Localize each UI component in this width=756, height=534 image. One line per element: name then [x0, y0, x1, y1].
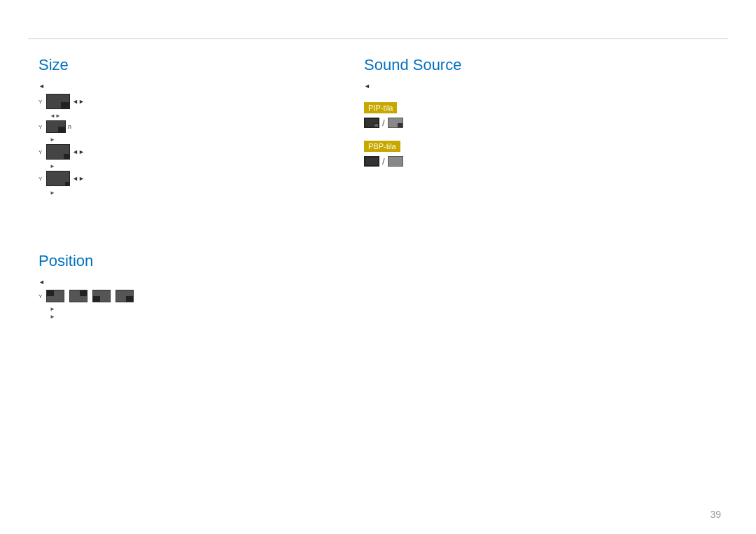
sound-source-section: Sound Source ◄ PIP-tila / PBP-tila / — [364, 56, 461, 169]
position-sub-1: ► — [50, 306, 134, 312]
pip-right-icon — [388, 118, 403, 128]
pip-slash: / — [382, 118, 385, 128]
pbp-right-icon — [388, 156, 403, 167]
size-y-label-3: Y — [38, 149, 44, 155]
pip-left-icon — [364, 118, 379, 128]
size-m-row: ◄ — [38, 83, 85, 90]
pip-icons: / — [364, 118, 461, 128]
position-m-label: ◄ — [38, 279, 45, 286]
size-row-3: Y ◄► — [38, 144, 85, 160]
pip-tila-label: PIP-tila — [364, 102, 397, 113]
size-pip-icon-1 — [46, 94, 70, 109]
size-y-label-1: Y — [38, 99, 44, 105]
position-y-label: Y — [38, 293, 44, 300]
size-arrow-4: ◄► — [72, 175, 85, 182]
position-icon-tl — [46, 290, 64, 302]
size-pip-icon-2 — [46, 120, 66, 133]
position-m-row: ◄ — [38, 279, 134, 286]
size-arrow-2: n — [68, 123, 71, 130]
size-row-2: Y n — [38, 120, 85, 133]
position-title: Position — [38, 252, 134, 270]
sound-m-label: ◄ — [364, 83, 370, 90]
sound-source-title: Sound Source — [364, 56, 461, 74]
size-pip-icon-3 — [46, 144, 70, 160]
size-sub-2: ► — [50, 136, 85, 143]
size-section: Size ◄ Y ◄► ◄► Y n ► Y ◄► ► — [38, 56, 85, 197]
position-sub-2: ► — [50, 314, 134, 320]
size-sub-3: ► — [50, 163, 85, 169]
size-m-label: ◄ — [38, 83, 45, 90]
size-row-4: Y ◄► — [38, 171, 85, 186]
top-divider — [28, 38, 728, 39]
pbp-left-icon — [364, 156, 379, 167]
size-arrow-1: ◄► — [72, 98, 85, 105]
pbp-icons: / — [364, 156, 461, 167]
position-icon-br — [115, 290, 134, 302]
size-row-1: Y ◄► — [38, 94, 85, 109]
position-icon-bl — [92, 290, 111, 302]
size-sub-1: ◄► — [50, 113, 85, 119]
page-number: 39 — [710, 509, 721, 520]
size-y-label-2: Y — [38, 124, 44, 130]
size-sub-4: ► — [50, 190, 85, 196]
position-icons-row: Y — [38, 290, 134, 302]
size-pip-icon-4 — [46, 171, 70, 186]
position-section: Position ◄ Y ► ► — [38, 252, 134, 321]
pbp-slash: / — [382, 156, 385, 167]
sound-m-row: ◄ — [364, 83, 461, 90]
size-arrow-3: ◄► — [72, 148, 85, 155]
position-icon-tr — [69, 290, 88, 302]
pbp-tila-label: PBP-tila — [364, 141, 400, 152]
size-title: Size — [38, 56, 85, 74]
size-y-label-4: Y — [38, 176, 44, 182]
